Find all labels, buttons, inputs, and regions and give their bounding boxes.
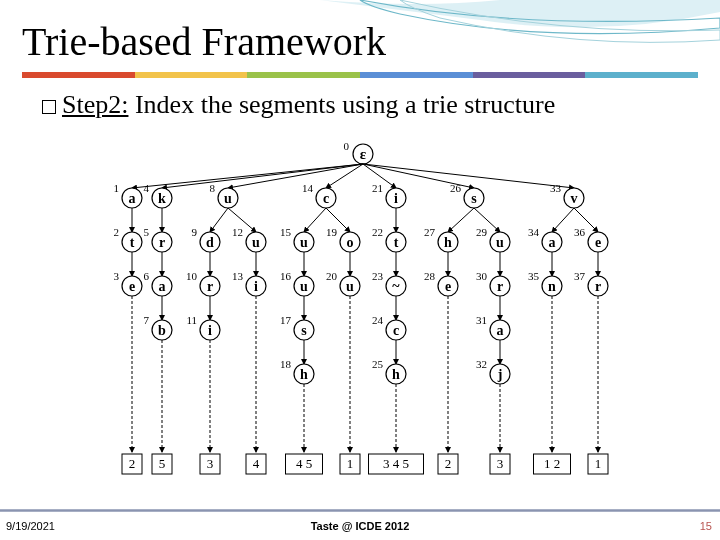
footer-center: Taste @ ICDE 2012 bbox=[311, 520, 410, 532]
svg-text:1: 1 bbox=[595, 456, 602, 471]
svg-text:b: b bbox=[158, 323, 166, 338]
svg-text:u: u bbox=[496, 235, 504, 250]
svg-text:a: a bbox=[497, 323, 504, 338]
svg-text:r: r bbox=[595, 279, 601, 294]
svg-text:29: 29 bbox=[476, 226, 488, 238]
subtitle-step: Step2: bbox=[62, 90, 128, 119]
svg-text:17: 17 bbox=[280, 314, 292, 326]
svg-line-57 bbox=[210, 208, 228, 232]
svg-text:37: 37 bbox=[574, 270, 586, 282]
svg-text:16: 16 bbox=[280, 270, 292, 282]
svg-text:9: 9 bbox=[192, 226, 198, 238]
svg-text:h: h bbox=[444, 235, 452, 250]
svg-text:2: 2 bbox=[129, 456, 136, 471]
svg-text:36: 36 bbox=[574, 226, 586, 238]
svg-text:27: 27 bbox=[424, 226, 436, 238]
svg-text:u: u bbox=[346, 279, 354, 294]
svg-text:5: 5 bbox=[144, 226, 150, 238]
footer-page-number: 15 bbox=[700, 520, 712, 532]
svg-text:o: o bbox=[347, 235, 354, 250]
svg-text:k: k bbox=[158, 191, 166, 206]
svg-text:4: 4 bbox=[144, 182, 150, 194]
svg-text:u: u bbox=[252, 235, 260, 250]
svg-text:v: v bbox=[571, 191, 578, 206]
svg-text:18: 18 bbox=[280, 358, 292, 370]
svg-text:3 4 5: 3 4 5 bbox=[383, 456, 409, 471]
svg-text:i: i bbox=[254, 279, 258, 294]
svg-text:2: 2 bbox=[445, 456, 452, 471]
svg-text:u: u bbox=[300, 235, 308, 250]
svg-text:h: h bbox=[300, 367, 308, 382]
svg-text:s: s bbox=[471, 191, 477, 206]
svg-line-162 bbox=[552, 208, 574, 232]
svg-text:a: a bbox=[549, 235, 556, 250]
svg-text:14: 14 bbox=[302, 182, 314, 194]
svg-text:1: 1 bbox=[347, 456, 354, 471]
svg-text:i: i bbox=[394, 191, 398, 206]
svg-text:t: t bbox=[394, 235, 399, 250]
svg-text:c: c bbox=[323, 191, 329, 206]
svg-text:u: u bbox=[224, 191, 232, 206]
svg-text:e: e bbox=[595, 235, 601, 250]
svg-text:e: e bbox=[129, 279, 135, 294]
svg-line-7 bbox=[162, 164, 363, 188]
svg-text:a: a bbox=[129, 191, 136, 206]
svg-text:3: 3 bbox=[114, 270, 120, 282]
svg-text:23: 23 bbox=[372, 270, 384, 282]
svg-text:12: 12 bbox=[232, 226, 243, 238]
svg-text:11: 11 bbox=[186, 314, 197, 326]
svg-text:26: 26 bbox=[450, 182, 462, 194]
svg-text:24: 24 bbox=[372, 314, 384, 326]
svg-text:3: 3 bbox=[497, 456, 504, 471]
svg-text:2: 2 bbox=[114, 226, 120, 238]
svg-text:25: 25 bbox=[372, 358, 384, 370]
svg-line-27 bbox=[363, 164, 574, 188]
footer-divider bbox=[0, 509, 720, 512]
svg-text:3: 3 bbox=[207, 456, 214, 471]
svg-text:31: 31 bbox=[476, 314, 487, 326]
svg-text:e: e bbox=[445, 279, 451, 294]
svg-text:h: h bbox=[392, 367, 400, 382]
svg-text:15: 15 bbox=[280, 226, 292, 238]
subtitle-text: Index the segments using a trie structur… bbox=[128, 90, 555, 119]
svg-text:n: n bbox=[548, 279, 556, 294]
svg-text:u: u bbox=[300, 279, 308, 294]
svg-text:0: 0 bbox=[344, 140, 350, 152]
svg-text:8: 8 bbox=[210, 182, 216, 194]
svg-text:t: t bbox=[130, 235, 135, 250]
trie-diagram: ε0a1k4u8c14i21s26v33t2e32r5a6b75d9r10i11… bbox=[98, 136, 628, 486]
svg-text:6: 6 bbox=[144, 270, 150, 282]
svg-text:ε: ε bbox=[360, 146, 367, 162]
svg-line-132 bbox=[448, 208, 474, 232]
svg-text:1 2: 1 2 bbox=[544, 456, 560, 471]
svg-text:r: r bbox=[207, 279, 213, 294]
svg-text:j: j bbox=[497, 367, 503, 382]
svg-text:33: 33 bbox=[550, 182, 562, 194]
svg-text:22: 22 bbox=[372, 226, 383, 238]
svg-text:c: c bbox=[393, 323, 399, 338]
svg-text:7: 7 bbox=[144, 314, 150, 326]
svg-text:a: a bbox=[159, 279, 166, 294]
svg-line-83 bbox=[304, 208, 326, 232]
svg-text:4: 4 bbox=[253, 456, 260, 471]
svg-text:5: 5 bbox=[159, 456, 166, 471]
svg-text:19: 19 bbox=[326, 226, 338, 238]
slide-subtitle: Step2: Index the segments using a trie s… bbox=[42, 90, 555, 120]
svg-text:32: 32 bbox=[476, 358, 487, 370]
svg-text:i: i bbox=[208, 323, 212, 338]
svg-text:~: ~ bbox=[392, 279, 400, 294]
svg-text:30: 30 bbox=[476, 270, 488, 282]
svg-text:20: 20 bbox=[326, 270, 338, 282]
accent-color-bar bbox=[22, 72, 698, 78]
svg-text:r: r bbox=[159, 235, 165, 250]
slide-title: Trie-based Framework bbox=[22, 18, 386, 65]
svg-text:28: 28 bbox=[424, 270, 436, 282]
svg-text:21: 21 bbox=[372, 182, 383, 194]
bullet-icon bbox=[42, 100, 56, 114]
svg-text:35: 35 bbox=[528, 270, 540, 282]
svg-text:13: 13 bbox=[232, 270, 244, 282]
svg-text:34: 34 bbox=[528, 226, 540, 238]
svg-text:10: 10 bbox=[186, 270, 198, 282]
svg-text:4 5: 4 5 bbox=[296, 456, 312, 471]
svg-text:r: r bbox=[497, 279, 503, 294]
